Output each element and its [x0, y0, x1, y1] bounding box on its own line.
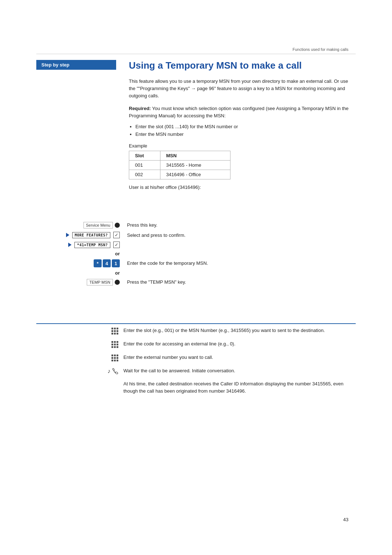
bullet-item: Enter the MSN number — [135, 131, 356, 138]
keypad-dot — [114, 328, 116, 329]
keypad-dot — [117, 355, 118, 356]
arrow-right-icon — [66, 233, 69, 237]
table-col-slot: Slot — [129, 151, 160, 161]
black-circle-icon — [115, 223, 120, 228]
more-features-box: MORE FEATURES? — [72, 232, 110, 238]
step-temp-msn-key: TEMP MSN Press the "TEMP MSN" key. — [36, 279, 356, 286]
keypad-dot — [111, 355, 113, 356]
keypad-dot — [114, 341, 116, 343]
user-note: User is at his/her office (3416496): — [129, 185, 356, 190]
step-left-code-keys: * 4 1 — [36, 259, 123, 267]
press-key-text: Press this key. — [127, 222, 158, 228]
step-temp-msn-menu: *41=TEMP MSN? ✓ — [36, 242, 356, 248]
keypad-dot — [117, 341, 118, 343]
step-left-service-menu: Service Menu — [36, 222, 123, 228]
step-left-more-features: MORE FEATURES? ✓ — [36, 232, 123, 238]
keypad-dot — [114, 330, 116, 332]
step-right-temp-msn-key: Press the "TEMP MSN" key. — [123, 279, 356, 286]
keypad-dot — [114, 355, 116, 356]
keypad-dot — [114, 344, 116, 345]
step-code-keys: * 4 1 Enter the code for the temporary M… — [36, 259, 356, 267]
bottom-text-1: Enter the slot (e.g., 001) or the MSN Nu… — [123, 327, 356, 334]
page-number: 43 — [343, 517, 348, 522]
step-or-2: or — [36, 270, 356, 276]
required-label: Required: — [129, 106, 151, 111]
step-by-step-box: Step by step — [36, 60, 116, 70]
keypad-dot — [114, 346, 116, 348]
check-box-icon: ✓ — [113, 232, 120, 238]
keypad-dot — [117, 333, 118, 335]
table-row: 002 3416496 - Office — [129, 170, 230, 179]
keypad-dot — [114, 333, 116, 335]
step-left-temp-msn-key: TEMP MSN — [36, 279, 123, 285]
black-circle-icon — [115, 280, 120, 285]
arrow-right-icon — [68, 243, 72, 247]
music-note-icon: ♪ — [107, 368, 110, 374]
keypad-dot — [111, 344, 113, 345]
msn-001: 3415565 - Home — [160, 161, 230, 170]
keypad-dot — [117, 328, 118, 329]
bottom-row-5: At his time, the called destination rece… — [36, 380, 356, 395]
keypad-dot — [117, 346, 118, 348]
bottom-row-1: Enter the slot (e.g., 001) or the MSN Nu… — [36, 327, 356, 335]
page-title: Using a Temporary MSN to make a call — [129, 60, 356, 71]
slot-002: 002 — [129, 170, 160, 179]
section-header: Functions used for making calls — [293, 47, 348, 52]
bottom-row-3: Enter the external number you want to ca… — [36, 354, 356, 361]
select-confirm-text: Select and press to confirm. — [127, 232, 185, 238]
service-menu-label: Service Menu — [83, 222, 113, 228]
bottom-row-4: ♪ Wait for the call to be answered. Init… — [36, 367, 356, 374]
bottom-row-2: Enter the code for accessing an external… — [36, 340, 356, 348]
section-title: Functions used for making calls — [293, 47, 348, 52]
bottom-left-4: ♪ — [36, 367, 123, 374]
step-right-service-menu: Press this key. — [123, 222, 356, 229]
temp-msn-menu-box: *41=TEMP MSN? — [74, 242, 110, 248]
example-label: Example — [129, 143, 356, 149]
step-left-temp-msn-menu: *41=TEMP MSN? ✓ — [36, 242, 123, 248]
keypad-dot — [111, 341, 113, 343]
phone-icon — [112, 368, 118, 374]
bottom-text-2: Enter the code for accessing an external… — [123, 340, 356, 348]
main-content: Using a Temporary MSN to make a call Thi… — [129, 60, 356, 190]
keypad-dot — [114, 357, 116, 359]
steps-area: Service Menu Press this key. MORE FEATUR… — [36, 222, 356, 289]
keypad-dot — [117, 360, 118, 361]
key-star: * — [94, 259, 102, 267]
bottom-text-5: At his time, the called destination rece… — [123, 380, 356, 395]
bottom-section: Enter the slot (e.g., 001) or the MSN Nu… — [36, 327, 356, 401]
step-right-more-features: Select and press to confirm. — [123, 232, 356, 239]
keypad-dot — [111, 333, 113, 335]
table-col-msn: MSN — [160, 151, 230, 161]
bottom-text-4: Wait for the call to be answered. Initia… — [123, 367, 356, 374]
table-row: 001 3415565 - Home — [129, 161, 230, 170]
temp-msn-label: TEMP MSN — [87, 279, 113, 285]
keypad-dot — [117, 330, 118, 332]
key-4: 4 — [103, 259, 111, 267]
keypad-icon — [111, 328, 118, 335]
bottom-left-1 — [36, 327, 123, 335]
step-by-step-label: Step by step — [41, 62, 69, 68]
required-text: Required: You must know which selection … — [129, 105, 356, 119]
keypad-dot — [111, 360, 113, 361]
keypad-icon — [111, 355, 118, 361]
key-1: 1 — [112, 259, 120, 267]
page-container: Functions used for making calls Step by … — [0, 0, 392, 555]
or-label-2: or — [36, 270, 123, 276]
or-label-1: or — [36, 251, 123, 256]
required-body: You must know which selection option was… — [129, 106, 348, 118]
bottom-text-3: Enter the external number you want to ca… — [123, 354, 356, 361]
keypad-dot — [111, 357, 113, 359]
keypad-dot — [117, 357, 118, 359]
step-more-features: MORE FEATURES? ✓ Select and press to con… — [36, 232, 356, 239]
msn-table: Slot MSN 001 3415565 - Home 002 3416496 … — [129, 151, 230, 179]
keypad-dot — [114, 360, 116, 361]
bottom-left-3 — [36, 354, 123, 361]
keypad-icon — [111, 341, 118, 348]
bullet-item: Enter the slot (001 ...140) for the MSN … — [135, 123, 356, 131]
keypad-dot — [117, 344, 118, 345]
msn-002: 3416496 - Office — [160, 170, 230, 179]
bullet-list: Enter the slot (001 ...140) for the MSN … — [135, 123, 356, 138]
step-or-1: or — [36, 251, 356, 256]
intro-text: This feature allows you to use a tempora… — [129, 78, 356, 100]
step-service-menu: Service Menu Press this key. — [36, 222, 356, 229]
